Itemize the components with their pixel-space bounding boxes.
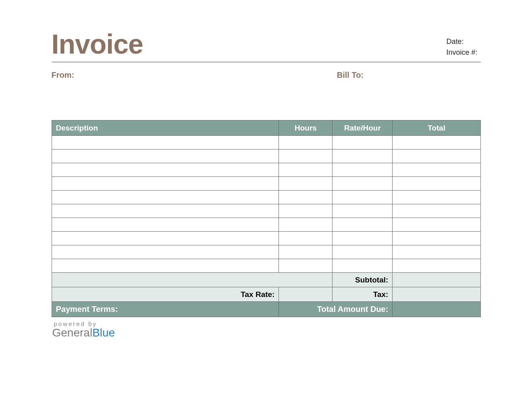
- cell-rate[interactable]: [332, 218, 393, 232]
- subtotal-spacer: [52, 273, 332, 287]
- tax-rate-label: Tax Rate:: [52, 287, 279, 302]
- table-body: Subtotal: Tax Rate: Tax: Payment Terms: …: [52, 136, 480, 317]
- table-row: [52, 204, 480, 218]
- header-rate: Rate/Hour: [332, 120, 393, 136]
- cell-hours[interactable]: [279, 136, 332, 149]
- cell-hours[interactable]: [279, 191, 332, 204]
- cell-hours[interactable]: [279, 218, 332, 232]
- table-row: [52, 149, 480, 163]
- cell-hours[interactable]: [279, 245, 332, 259]
- bill-to-label: Bill To:: [337, 71, 481, 80]
- cell-description[interactable]: [52, 177, 279, 191]
- invoice-container: Invoice Date: Invoice #: From: Bill To: …: [52, 28, 481, 339]
- table-row: [52, 191, 480, 204]
- subtotal-label: Subtotal:: [332, 273, 393, 287]
- cell-rate[interactable]: [332, 136, 393, 149]
- cell-rate[interactable]: [332, 177, 393, 191]
- table-row: [52, 177, 480, 191]
- cell-rate[interactable]: [332, 149, 393, 163]
- table-row: [52, 245, 480, 259]
- tax-rate-value[interactable]: [279, 287, 332, 302]
- cell-hours[interactable]: [279, 177, 332, 191]
- table-row: [52, 218, 480, 232]
- from-label: From:: [52, 71, 266, 80]
- tax-value: [393, 287, 480, 302]
- cell-description[interactable]: [52, 204, 279, 218]
- bill-to-section: Bill To:: [337, 71, 481, 80]
- header-total: Total: [393, 120, 480, 136]
- table-row: [52, 136, 480, 149]
- cell-description[interactable]: [52, 232, 279, 245]
- payment-terms-label: Payment Terms:: [52, 302, 279, 317]
- subtotal-row: Subtotal:: [52, 273, 480, 287]
- subtotal-value: [393, 273, 480, 287]
- cell-hours[interactable]: [279, 259, 332, 273]
- tax-row: Tax Rate: Tax:: [52, 287, 480, 302]
- brand-part1: General: [52, 326, 93, 339]
- cell-total[interactable]: [393, 177, 480, 191]
- line-items-table: Description Hours Rate/Hour Total Subtot…: [52, 120, 481, 317]
- table-row: [52, 232, 480, 245]
- date-row: Date:: [446, 36, 480, 47]
- cell-description[interactable]: [52, 149, 279, 163]
- cell-hours[interactable]: [279, 204, 332, 218]
- total-due-row: Payment Terms: Total Amount Due:: [52, 302, 480, 317]
- header-hours: Hours: [279, 120, 332, 136]
- header-description: Description: [52, 120, 279, 136]
- invoice-number-row: Invoice #:: [446, 47, 480, 58]
- cell-description[interactable]: [52, 218, 279, 232]
- cell-rate[interactable]: [332, 191, 393, 204]
- cell-total[interactable]: [393, 149, 480, 163]
- cell-hours[interactable]: [279, 232, 332, 245]
- table-row: [52, 259, 480, 273]
- cell-total[interactable]: [393, 245, 480, 259]
- cell-rate[interactable]: [332, 163, 393, 177]
- cell-description[interactable]: [52, 245, 279, 259]
- invoice-number-label: Invoice #:: [446, 47, 477, 58]
- cell-rate[interactable]: [332, 245, 393, 259]
- table-header-row: Description Hours Rate/Hour Total: [52, 120, 480, 136]
- cell-rate[interactable]: [332, 232, 393, 245]
- invoice-meta: Date: Invoice #:: [446, 36, 480, 60]
- footer: powered by GeneralBlue: [52, 317, 481, 339]
- table-row: [52, 163, 480, 177]
- from-section: From:: [52, 71, 266, 80]
- cell-rate[interactable]: [332, 204, 393, 218]
- cell-total[interactable]: [393, 232, 480, 245]
- cell-hours[interactable]: [279, 163, 332, 177]
- total-due-value: [393, 302, 480, 317]
- cell-description[interactable]: [52, 136, 279, 149]
- cell-total[interactable]: [393, 163, 480, 177]
- date-label: Date:: [446, 36, 463, 47]
- brand-logo: GeneralBlue: [52, 326, 481, 339]
- total-due-label: Total Amount Due:: [279, 302, 393, 317]
- cell-description[interactable]: [52, 191, 279, 204]
- parties-row: From: Bill To:: [52, 62, 481, 120]
- header-row: Invoice Date: Invoice #:: [52, 28, 481, 62]
- cell-description[interactable]: [52, 259, 279, 273]
- cell-rate[interactable]: [332, 259, 393, 273]
- cell-total[interactable]: [393, 259, 480, 273]
- cell-hours[interactable]: [279, 149, 332, 163]
- cell-total[interactable]: [393, 204, 480, 218]
- page-title: Invoice: [52, 28, 143, 60]
- tax-label: Tax:: [332, 287, 393, 302]
- cell-total[interactable]: [393, 191, 480, 204]
- cell-total[interactable]: [393, 218, 480, 232]
- cell-description[interactable]: [52, 163, 279, 177]
- cell-total[interactable]: [393, 136, 480, 149]
- brand-part2: Blue: [92, 326, 115, 339]
